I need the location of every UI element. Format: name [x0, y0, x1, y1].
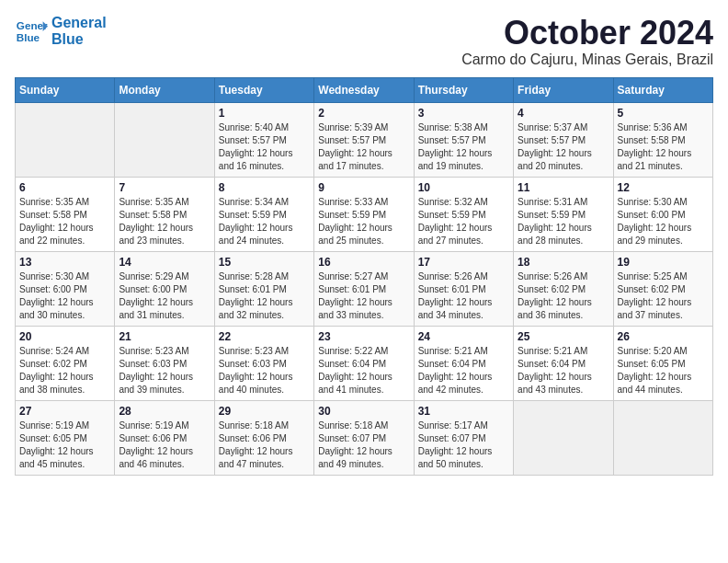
title-area: October 2024 Carmo do Cajuru, Minas Gera… [461, 15, 713, 68]
calendar-cell: 24Sunrise: 5:21 AMSunset: 6:04 PMDayligh… [414, 326, 513, 400]
calendar-cell [16, 102, 115, 177]
day-number: 31 [418, 405, 509, 418]
calendar-cell: 18Sunrise: 5:26 AMSunset: 6:02 PMDayligh… [514, 251, 613, 326]
day-info: Sunrise: 5:17 AMSunset: 6:07 PMDaylight:… [418, 419, 509, 471]
subtitle: Carmo do Cajuru, Minas Gerais, Brazil [461, 52, 713, 68]
calendar-cell: 13Sunrise: 5:30 AMSunset: 6:00 PMDayligh… [16, 251, 115, 326]
day-number: 29 [219, 405, 310, 418]
calendar-cell: 14Sunrise: 5:29 AMSunset: 6:00 PMDayligh… [115, 251, 214, 326]
calendar-cell: 23Sunrise: 5:22 AMSunset: 6:04 PMDayligh… [314, 326, 414, 400]
day-info: Sunrise: 5:20 AMSunset: 6:05 PMDaylight:… [618, 345, 709, 396]
day-info: Sunrise: 5:35 AMSunset: 5:58 PMDaylight:… [119, 196, 210, 247]
day-info: Sunrise: 5:26 AMSunset: 6:01 PMDaylight:… [418, 270, 509, 322]
calendar-cell: 21Sunrise: 5:23 AMSunset: 6:03 PMDayligh… [115, 326, 214, 400]
day-info: Sunrise: 5:27 AMSunset: 6:01 PMDaylight:… [318, 270, 409, 322]
calendar-cell: 25Sunrise: 5:21 AMSunset: 6:04 PMDayligh… [514, 326, 613, 400]
calendar-cell: 28Sunrise: 5:19 AMSunset: 6:06 PMDayligh… [115, 400, 214, 475]
day-number: 30 [318, 405, 409, 418]
svg-text:Blue: Blue [17, 31, 40, 43]
calendar-cell: 15Sunrise: 5:28 AMSunset: 6:01 PMDayligh… [214, 251, 313, 326]
day-info: Sunrise: 5:38 AMSunset: 5:57 PMDaylight:… [418, 121, 509, 173]
weekday-header-wednesday: Wednesday [314, 77, 414, 102]
calendar-cell: 7Sunrise: 5:35 AMSunset: 5:58 PMDaylight… [115, 177, 214, 251]
day-info: Sunrise: 5:21 AMSunset: 6:04 PMDaylight:… [518, 345, 609, 396]
day-info: Sunrise: 5:22 AMSunset: 6:04 PMDaylight:… [318, 345, 409, 396]
day-number: 11 [518, 181, 609, 194]
calendar-cell: 16Sunrise: 5:27 AMSunset: 6:01 PMDayligh… [314, 251, 414, 326]
day-number: 27 [19, 405, 110, 418]
calendar-cell [613, 400, 712, 475]
day-number: 7 [119, 181, 210, 194]
day-info: Sunrise: 5:23 AMSunset: 6:03 PMDaylight:… [219, 345, 310, 396]
day-info: Sunrise: 5:29 AMSunset: 6:00 PMDaylight:… [119, 270, 210, 322]
calendar-cell: 8Sunrise: 5:34 AMSunset: 5:59 PMDaylight… [214, 177, 313, 251]
main-title: October 2024 [461, 15, 713, 52]
week-row-4: 27Sunrise: 5:19 AMSunset: 6:05 PMDayligh… [16, 400, 713, 475]
day-number: 6 [19, 181, 110, 194]
calendar-cell: 10Sunrise: 5:32 AMSunset: 5:59 PMDayligh… [414, 177, 513, 251]
day-info: Sunrise: 5:32 AMSunset: 5:59 PMDaylight:… [418, 196, 509, 247]
calendar-cell: 6Sunrise: 5:35 AMSunset: 5:58 PMDaylight… [16, 177, 115, 251]
day-number: 10 [418, 181, 509, 194]
calendar-cell: 3Sunrise: 5:38 AMSunset: 5:57 PMDaylight… [414, 102, 513, 177]
calendar-cell: 11Sunrise: 5:31 AMSunset: 5:59 PMDayligh… [514, 177, 613, 251]
week-row-1: 6Sunrise: 5:35 AMSunset: 5:58 PMDaylight… [16, 177, 713, 251]
logo-text: GeneralBlue [51, 15, 107, 47]
weekday-header-saturday: Saturday [613, 77, 712, 102]
calendar-cell: 27Sunrise: 5:19 AMSunset: 6:05 PMDayligh… [16, 400, 115, 475]
calendar-cell: 31Sunrise: 5:17 AMSunset: 6:07 PMDayligh… [414, 400, 513, 475]
day-number: 14 [119, 256, 210, 269]
day-number: 13 [19, 256, 110, 269]
day-number: 19 [618, 256, 709, 269]
day-info: Sunrise: 5:21 AMSunset: 6:04 PMDaylight:… [418, 345, 509, 396]
week-row-0: 1Sunrise: 5:40 AMSunset: 5:57 PMDaylight… [16, 102, 713, 177]
day-info: Sunrise: 5:25 AMSunset: 6:02 PMDaylight:… [618, 270, 709, 322]
day-info: Sunrise: 5:36 AMSunset: 5:58 PMDaylight:… [618, 121, 709, 173]
day-number: 22 [219, 330, 310, 343]
calendar-cell: 20Sunrise: 5:24 AMSunset: 6:02 PMDayligh… [16, 326, 115, 400]
day-info: Sunrise: 5:19 AMSunset: 6:05 PMDaylight:… [19, 419, 110, 471]
logo-icon: General Blue [15, 15, 48, 48]
calendar-cell: 22Sunrise: 5:23 AMSunset: 6:03 PMDayligh… [214, 326, 313, 400]
day-number: 24 [418, 330, 509, 343]
day-info: Sunrise: 5:26 AMSunset: 6:02 PMDaylight:… [518, 270, 609, 322]
calendar-cell: 17Sunrise: 5:26 AMSunset: 6:01 PMDayligh… [414, 251, 513, 326]
calendar-cell: 4Sunrise: 5:37 AMSunset: 5:57 PMDaylight… [514, 102, 613, 177]
week-row-3: 20Sunrise: 5:24 AMSunset: 6:02 PMDayligh… [16, 326, 713, 400]
day-info: Sunrise: 5:28 AMSunset: 6:01 PMDaylight:… [219, 270, 310, 322]
calendar-cell: 30Sunrise: 5:18 AMSunset: 6:07 PMDayligh… [314, 400, 414, 475]
day-info: Sunrise: 5:35 AMSunset: 5:58 PMDaylight:… [19, 196, 110, 247]
calendar-cell: 29Sunrise: 5:18 AMSunset: 6:06 PMDayligh… [214, 400, 313, 475]
day-info: Sunrise: 5:30 AMSunset: 6:00 PMDaylight:… [618, 196, 709, 247]
day-number: 21 [119, 330, 210, 343]
day-number: 16 [318, 256, 409, 269]
calendar-cell: 9Sunrise: 5:33 AMSunset: 5:59 PMDaylight… [314, 177, 414, 251]
day-info: Sunrise: 5:23 AMSunset: 6:03 PMDaylight:… [119, 345, 210, 396]
day-number: 23 [318, 330, 409, 343]
logo: General Blue GeneralBlue [15, 15, 107, 48]
day-info: Sunrise: 5:39 AMSunset: 5:57 PMDaylight:… [318, 121, 409, 173]
calendar-cell [115, 102, 214, 177]
weekday-header-monday: Monday [115, 77, 214, 102]
day-info: Sunrise: 5:24 AMSunset: 6:02 PMDaylight:… [19, 345, 110, 396]
day-number: 12 [618, 181, 709, 194]
weekday-header-thursday: Thursday [414, 77, 513, 102]
day-number: 28 [119, 405, 210, 418]
weekday-header-row: SundayMondayTuesdayWednesdayThursdayFrid… [16, 77, 713, 102]
calendar-cell: 12Sunrise: 5:30 AMSunset: 6:00 PMDayligh… [613, 177, 712, 251]
day-number: 3 [418, 107, 509, 120]
day-info: Sunrise: 5:33 AMSunset: 5:59 PMDaylight:… [318, 196, 409, 247]
weekday-header-tuesday: Tuesday [214, 77, 313, 102]
week-row-2: 13Sunrise: 5:30 AMSunset: 6:00 PMDayligh… [16, 251, 713, 326]
day-number: 1 [219, 107, 310, 120]
calendar-cell: 2Sunrise: 5:39 AMSunset: 5:57 PMDaylight… [314, 102, 414, 177]
day-number: 15 [219, 256, 310, 269]
day-info: Sunrise: 5:31 AMSunset: 5:59 PMDaylight:… [518, 196, 609, 247]
day-number: 2 [318, 107, 409, 120]
day-number: 18 [518, 256, 609, 269]
day-number: 9 [318, 181, 409, 194]
day-number: 25 [518, 330, 609, 343]
day-number: 4 [518, 107, 609, 120]
weekday-header-sunday: Sunday [16, 77, 115, 102]
header: General Blue GeneralBlue October 2024 Ca… [15, 15, 713, 68]
